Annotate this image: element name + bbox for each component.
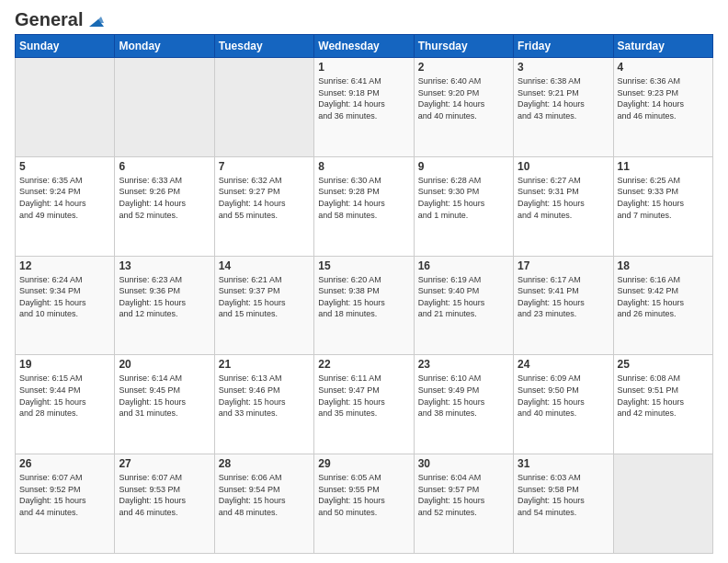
calendar-cell: 25Sunrise: 6:08 AM Sunset: 9:51 PM Dayli…	[613, 355, 712, 454]
calendar-cell: 26Sunrise: 6:07 AM Sunset: 9:52 PM Dayli…	[16, 454, 115, 554]
day-number: 8	[318, 160, 409, 173]
day-number: 6	[119, 160, 210, 173]
day-number: 4	[618, 61, 709, 74]
weekday-header-thursday: Thursday	[414, 35, 513, 58]
day-info: Sunrise: 6:41 AM Sunset: 9:18 PM Dayligh…	[318, 75, 409, 121]
day-info: Sunrise: 6:14 AM Sunset: 9:45 PM Dayligh…	[119, 373, 210, 419]
day-number: 28	[219, 457, 310, 470]
day-info: Sunrise: 6:23 AM Sunset: 9:36 PM Dayligh…	[119, 274, 210, 320]
day-number: 23	[418, 358, 509, 371]
day-number: 5	[19, 160, 110, 173]
day-info: Sunrise: 6:13 AM Sunset: 9:46 PM Dayligh…	[219, 373, 310, 419]
calendar-cell: 29Sunrise: 6:05 AM Sunset: 9:55 PM Dayli…	[314, 454, 414, 554]
day-number: 11	[618, 160, 709, 173]
day-info: Sunrise: 6:35 AM Sunset: 9:24 PM Dayligh…	[19, 175, 110, 221]
calendar-cell: 31Sunrise: 6:03 AM Sunset: 9:58 PM Dayli…	[514, 454, 613, 554]
calendar-cell: 6Sunrise: 6:33 AM Sunset: 9:26 PM Daylig…	[115, 156, 214, 256]
day-info: Sunrise: 6:33 AM Sunset: 9:26 PM Dayligh…	[119, 175, 210, 221]
calendar-cell: 2Sunrise: 6:40 AM Sunset: 9:20 PM Daylig…	[414, 58, 513, 157]
day-number: 15	[318, 259, 409, 272]
calendar-cell	[613, 454, 712, 554]
day-info: Sunrise: 6:24 AM Sunset: 9:34 PM Dayligh…	[19, 274, 110, 320]
logo-icon	[84, 10, 104, 30]
day-info: Sunrise: 6:03 AM Sunset: 9:58 PM Dayligh…	[518, 472, 609, 518]
day-info: Sunrise: 6:15 AM Sunset: 9:44 PM Dayligh…	[19, 373, 110, 419]
calendar-cell: 3Sunrise: 6:38 AM Sunset: 9:21 PM Daylig…	[514, 58, 613, 157]
logo-general: General	[15, 9, 83, 30]
weekday-header-tuesday: Tuesday	[214, 35, 313, 58]
calendar-week-row: 26Sunrise: 6:07 AM Sunset: 9:52 PM Dayli…	[16, 454, 713, 554]
weekday-header-monday: Monday	[115, 35, 214, 58]
day-info: Sunrise: 6:38 AM Sunset: 9:21 PM Dayligh…	[518, 75, 609, 121]
calendar-cell: 27Sunrise: 6:07 AM Sunset: 9:53 PM Dayli…	[115, 454, 214, 554]
day-number: 31	[518, 457, 609, 470]
day-info: Sunrise: 6:21 AM Sunset: 9:37 PM Dayligh…	[219, 274, 310, 320]
day-info: Sunrise: 6:27 AM Sunset: 9:31 PM Dayligh…	[518, 175, 609, 221]
day-number: 16	[418, 259, 509, 272]
day-info: Sunrise: 6:20 AM Sunset: 9:38 PM Dayligh…	[318, 274, 409, 320]
calendar-cell: 28Sunrise: 6:06 AM Sunset: 9:54 PM Dayli…	[214, 454, 313, 554]
calendar-cell: 30Sunrise: 6:04 AM Sunset: 9:57 PM Dayli…	[414, 454, 513, 554]
weekday-header-friday: Friday	[514, 35, 613, 58]
day-number: 7	[219, 160, 310, 173]
calendar-cell: 13Sunrise: 6:23 AM Sunset: 9:36 PM Dayli…	[115, 256, 214, 355]
calendar-cell: 20Sunrise: 6:14 AM Sunset: 9:45 PM Dayli…	[115, 355, 214, 454]
calendar-cell: 4Sunrise: 6:36 AM Sunset: 9:23 PM Daylig…	[613, 58, 712, 157]
calendar-cell: 12Sunrise: 6:24 AM Sunset: 9:34 PM Dayli…	[16, 256, 115, 355]
page: General SundayMondayTuesdayWednesdayThur…	[0, 0, 728, 563]
calendar-cell: 24Sunrise: 6:09 AM Sunset: 9:50 PM Dayli…	[514, 355, 613, 454]
calendar-cell: 9Sunrise: 6:28 AM Sunset: 9:30 PM Daylig…	[414, 156, 513, 256]
calendar-cell: 14Sunrise: 6:21 AM Sunset: 9:37 PM Dayli…	[214, 256, 313, 355]
day-number: 17	[518, 259, 609, 272]
calendar-cell: 21Sunrise: 6:13 AM Sunset: 9:46 PM Dayli…	[214, 355, 313, 454]
weekday-header-row: SundayMondayTuesdayWednesdayThursdayFrid…	[16, 35, 713, 58]
calendar-cell: 1Sunrise: 6:41 AM Sunset: 9:18 PM Daylig…	[314, 58, 414, 157]
day-number: 13	[119, 259, 210, 272]
day-info: Sunrise: 6:25 AM Sunset: 9:33 PM Dayligh…	[618, 175, 709, 221]
calendar-cell: 15Sunrise: 6:20 AM Sunset: 9:38 PM Dayli…	[314, 256, 414, 355]
day-info: Sunrise: 6:04 AM Sunset: 9:57 PM Dayligh…	[418, 472, 509, 518]
day-number: 19	[19, 358, 110, 371]
calendar-cell: 10Sunrise: 6:27 AM Sunset: 9:31 PM Dayli…	[514, 156, 613, 256]
day-info: Sunrise: 6:08 AM Sunset: 9:51 PM Dayligh…	[618, 373, 709, 419]
day-info: Sunrise: 6:11 AM Sunset: 9:47 PM Dayligh…	[318, 373, 409, 419]
calendar-cell	[115, 58, 214, 157]
day-info: Sunrise: 6:30 AM Sunset: 9:28 PM Dayligh…	[318, 175, 409, 221]
calendar-cell: 23Sunrise: 6:10 AM Sunset: 9:49 PM Dayli…	[414, 355, 513, 454]
day-number: 26	[19, 457, 110, 470]
day-info: Sunrise: 6:06 AM Sunset: 9:54 PM Dayligh…	[219, 472, 310, 518]
day-info: Sunrise: 6:07 AM Sunset: 9:52 PM Dayligh…	[19, 472, 110, 518]
calendar-cell: 8Sunrise: 6:30 AM Sunset: 9:28 PM Daylig…	[314, 156, 414, 256]
calendar-week-row: 12Sunrise: 6:24 AM Sunset: 9:34 PM Dayli…	[16, 256, 713, 355]
calendar-cell: 18Sunrise: 6:16 AM Sunset: 9:42 PM Dayli…	[613, 256, 712, 355]
calendar-cell: 11Sunrise: 6:25 AM Sunset: 9:33 PM Dayli…	[613, 156, 712, 256]
calendar-cell: 16Sunrise: 6:19 AM Sunset: 9:40 PM Dayli…	[414, 256, 513, 355]
calendar-cell	[16, 58, 115, 157]
calendar-week-row: 5Sunrise: 6:35 AM Sunset: 9:24 PM Daylig…	[16, 156, 713, 256]
calendar-table: SundayMondayTuesdayWednesdayThursdayFrid…	[15, 34, 713, 554]
calendar-cell	[214, 58, 313, 157]
day-number: 22	[318, 358, 409, 371]
day-info: Sunrise: 6:19 AM Sunset: 9:40 PM Dayligh…	[418, 274, 509, 320]
day-number: 12	[19, 259, 110, 272]
day-info: Sunrise: 6:07 AM Sunset: 9:53 PM Dayligh…	[119, 472, 210, 518]
day-number: 29	[318, 457, 409, 470]
day-number: 2	[418, 61, 509, 74]
day-number: 20	[119, 358, 210, 371]
day-number: 25	[618, 358, 709, 371]
day-info: Sunrise: 6:10 AM Sunset: 9:49 PM Dayligh…	[418, 373, 509, 419]
weekday-header-wednesday: Wednesday	[314, 35, 414, 58]
day-info: Sunrise: 6:32 AM Sunset: 9:27 PM Dayligh…	[219, 175, 310, 221]
calendar-cell: 5Sunrise: 6:35 AM Sunset: 9:24 PM Daylig…	[16, 156, 115, 256]
calendar-cell: 7Sunrise: 6:32 AM Sunset: 9:27 PM Daylig…	[214, 156, 313, 256]
svg-marker-1	[95, 17, 104, 23]
day-info: Sunrise: 6:36 AM Sunset: 9:23 PM Dayligh…	[618, 75, 709, 121]
day-info: Sunrise: 6:09 AM Sunset: 9:50 PM Dayligh…	[518, 373, 609, 419]
day-number: 27	[119, 457, 210, 470]
day-info: Sunrise: 6:16 AM Sunset: 9:42 PM Dayligh…	[618, 274, 709, 320]
logo: General	[15, 9, 104, 29]
day-info: Sunrise: 6:28 AM Sunset: 9:30 PM Dayligh…	[418, 175, 509, 221]
day-number: 30	[418, 457, 509, 470]
day-info: Sunrise: 6:05 AM Sunset: 9:55 PM Dayligh…	[318, 472, 409, 518]
day-number: 21	[219, 358, 310, 371]
